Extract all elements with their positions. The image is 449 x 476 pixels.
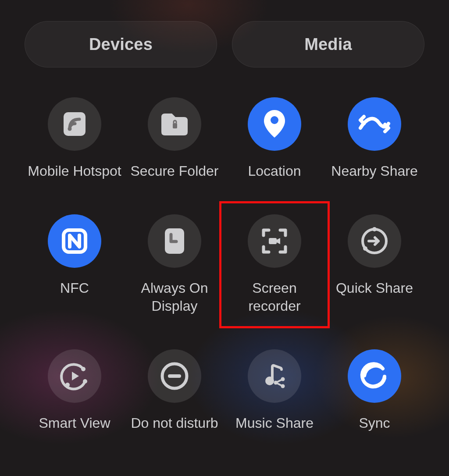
svg-point-9 [372, 227, 377, 231]
quick-settings-grid: Mobile Hotspot Secure Folder Location [25, 97, 424, 432]
smart-view-icon [48, 349, 101, 403]
tile-sync[interactable]: Sync [324, 349, 424, 432]
nearby-share-icon [348, 97, 401, 151]
location-icon [248, 97, 301, 151]
mobile-hotspot-icon [48, 97, 101, 151]
tile-label: Smart View [39, 414, 110, 432]
media-button[interactable]: Media [232, 21, 424, 67]
devices-button-label: Devices [89, 35, 153, 54]
tile-nfc[interactable]: NFC [25, 214, 125, 315]
tile-label: Mobile Hotspot [28, 162, 121, 180]
tile-label: Music Share [235, 414, 314, 432]
tile-music-share[interactable]: Music Share [224, 349, 324, 432]
tile-screen-recorder[interactable]: Screen recorder [224, 214, 324, 315]
do-not-disturb-icon [148, 349, 201, 403]
svg-point-8 [363, 246, 367, 251]
tile-label: Location [248, 162, 301, 180]
always-on-display-icon [148, 214, 201, 268]
tile-label: Always On Display [126, 279, 223, 315]
tile-location[interactable]: Location [224, 97, 324, 180]
tile-smart-view[interactable]: Smart View [25, 349, 125, 432]
tile-mobile-hotspot[interactable]: Mobile Hotspot [25, 97, 125, 180]
svg-point-10 [81, 367, 86, 371]
svg-rect-2 [173, 123, 177, 128]
svg-point-3 [271, 116, 278, 124]
nfc-icon [48, 214, 101, 268]
tile-label: Quick Share [336, 279, 413, 297]
svg-rect-14 [168, 374, 181, 378]
secure-folder-icon [148, 97, 201, 151]
sync-icon [348, 349, 401, 403]
svg-point-1 [68, 127, 72, 131]
devices-button[interactable]: Devices [25, 21, 217, 67]
tile-secure-folder[interactable]: Secure Folder [125, 97, 224, 180]
tile-label: Screen recorder [226, 279, 323, 315]
media-button-label: Media [304, 35, 352, 54]
tile-quick-share[interactable]: Quick Share [324, 214, 424, 315]
tile-label: Secure Folder [131, 162, 219, 180]
svg-point-12 [65, 383, 70, 387]
tile-label: Sync [359, 414, 390, 432]
svg-rect-6 [269, 238, 277, 244]
quick-share-icon [348, 214, 401, 268]
top-button-row: Devices Media [25, 21, 424, 67]
svg-point-15 [265, 377, 274, 385]
tile-nearby-share[interactable]: Nearby Share [324, 97, 424, 180]
tile-label: Do not disturb [131, 414, 218, 432]
tile-label: Nearby Share [331, 162, 417, 180]
quick-settings-panel: Devices Media Mobile Hotspot [0, 0, 449, 476]
music-share-icon [248, 349, 301, 403]
tile-always-on-display[interactable]: Always On Display [125, 214, 224, 315]
tile-do-not-disturb[interactable]: Do not disturb [125, 349, 224, 432]
tile-label: NFC [60, 279, 89, 297]
screen-recorder-icon [248, 214, 301, 268]
svg-point-11 [83, 379, 87, 384]
